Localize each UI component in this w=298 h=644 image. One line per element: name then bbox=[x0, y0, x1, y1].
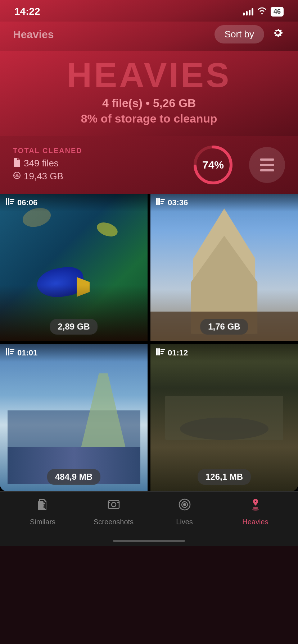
video-overlay-3: 01:01 bbox=[0, 344, 148, 362]
video-overlay-1: 06:06 bbox=[0, 194, 148, 212]
file-icon bbox=[13, 158, 21, 169]
video-size-4: 126,1 MB bbox=[198, 469, 251, 485]
svg-point-32 bbox=[112, 502, 116, 507]
heavies-icon bbox=[248, 497, 263, 515]
video-play-icon-4 bbox=[156, 348, 165, 358]
gear-icon bbox=[271, 26, 285, 40]
video-play-icon-2 bbox=[156, 198, 165, 207]
video-card-2[interactable]: 03:36 1,76 GB bbox=[150, 194, 298, 341]
svg-rect-9 bbox=[10, 199, 14, 200]
svg-rect-23 bbox=[158, 348, 160, 355]
stats-row: TOTAL CLEANED 349 files GB 19,43 GB bbox=[0, 136, 298, 194]
svg-rect-25 bbox=[161, 351, 164, 352]
svg-rect-14 bbox=[161, 199, 165, 200]
svg-rect-13 bbox=[158, 198, 160, 205]
signal-icon bbox=[243, 8, 253, 15]
video-grid: 06:06 2,89 GB 03:36 1,76 GB bbox=[0, 194, 298, 491]
stats-size: GB 19,43 GB bbox=[13, 171, 177, 182]
svg-rect-22 bbox=[156, 348, 158, 355]
hero-cleanup: 8% of storage to cleanup bbox=[11, 112, 287, 125]
svg-point-35 bbox=[184, 503, 186, 506]
tab-screenshots[interactable]: Screenshots bbox=[92, 497, 135, 526]
page-title: Heavies bbox=[13, 28, 54, 41]
svg-rect-31 bbox=[108, 501, 119, 509]
svg-rect-37 bbox=[253, 507, 258, 509]
svg-rect-10 bbox=[10, 201, 14, 202]
video-play-icon-3 bbox=[6, 348, 14, 358]
svg-rect-26 bbox=[161, 353, 163, 354]
stats-files: 349 files bbox=[13, 158, 177, 169]
video-duration-3: 01:01 bbox=[17, 348, 37, 358]
tab-heavies[interactable]: Heavies bbox=[234, 497, 277, 526]
wifi-icon bbox=[257, 6, 267, 17]
hero-section: HEAVIES 4 file(s) • 5,26 GB 8% of storag… bbox=[0, 51, 298, 136]
svg-rect-8 bbox=[8, 198, 9, 205]
header-actions: Sort by bbox=[215, 25, 285, 43]
svg-rect-11 bbox=[10, 203, 13, 204]
files-count: 349 files bbox=[24, 158, 59, 169]
svg-rect-18 bbox=[8, 348, 9, 355]
status-time: 14:22 bbox=[14, 6, 40, 17]
svg-rect-12 bbox=[156, 198, 158, 205]
svg-rect-7 bbox=[6, 198, 7, 205]
status-icons: 46 bbox=[243, 6, 284, 17]
video-size-1: 2,89 GB bbox=[50, 319, 98, 335]
stats-left: TOTAL CLEANED 349 files GB 19,43 GB bbox=[13, 147, 177, 184]
video-card-3[interactable]: 01:01 484,9 MB bbox=[0, 344, 148, 491]
video-duration-1: 06:06 bbox=[17, 198, 37, 207]
video-size-3: 484,9 MB bbox=[47, 469, 100, 485]
video-duration-2: 03:36 bbox=[168, 198, 188, 207]
svg-rect-16 bbox=[161, 203, 163, 204]
video-size-2: 1,76 GB bbox=[200, 319, 248, 335]
svg-rect-6 bbox=[260, 169, 274, 171]
svg-rect-19 bbox=[10, 349, 14, 350]
similars-icon bbox=[36, 497, 50, 515]
tab-screenshots-label: Screenshots bbox=[94, 518, 134, 526]
settings-button[interactable] bbox=[271, 26, 285, 43]
status-bar: 14:22 46 bbox=[0, 0, 298, 22]
svg-text:GB: GB bbox=[14, 174, 20, 178]
progress-text: 74% bbox=[202, 159, 224, 171]
home-indicator bbox=[0, 537, 298, 546]
svg-rect-5 bbox=[260, 164, 274, 166]
list-view-button[interactable] bbox=[249, 147, 285, 183]
gb-count: 19,43 GB bbox=[24, 171, 63, 182]
video-overlay-4: 01:12 bbox=[150, 344, 298, 362]
svg-rect-21 bbox=[10, 353, 13, 354]
video-overlay-2: 03:36 bbox=[150, 194, 298, 212]
hero-subtitle: 4 file(s) • 5,26 GB bbox=[11, 97, 287, 110]
video-card-1[interactable]: 06:06 2,89 GB bbox=[0, 194, 148, 341]
video-duration-4: 01:12 bbox=[168, 348, 188, 358]
svg-rect-20 bbox=[10, 351, 14, 352]
size-icon: GB bbox=[13, 171, 21, 182]
tab-bar: Similars Screenshots Lives bbox=[0, 491, 298, 537]
app-header: Heavies Sort by bbox=[0, 22, 298, 51]
video-play-icon-1 bbox=[6, 198, 14, 207]
lives-icon bbox=[177, 497, 192, 515]
svg-rect-4 bbox=[260, 158, 274, 161]
total-cleaned-label: TOTAL CLEANED bbox=[13, 147, 177, 155]
tab-similars-label: Similars bbox=[30, 518, 55, 526]
battery-indicator: 46 bbox=[271, 7, 284, 17]
svg-rect-17 bbox=[6, 348, 7, 355]
svg-rect-15 bbox=[161, 201, 164, 202]
tab-heavies-label: Heavies bbox=[242, 518, 268, 526]
tab-lives-label: Lives bbox=[176, 518, 193, 526]
svg-point-36 bbox=[252, 509, 259, 511]
tab-similars[interactable]: Similars bbox=[21, 497, 64, 526]
home-bar bbox=[113, 540, 185, 542]
tab-lives[interactable]: Lives bbox=[163, 497, 206, 526]
svg-rect-24 bbox=[161, 349, 165, 350]
screenshots-icon bbox=[107, 497, 121, 515]
hero-title: HEAVIES bbox=[11, 58, 287, 92]
progress-circle: 74% bbox=[191, 143, 235, 187]
sort-button[interactable]: Sort by bbox=[215, 25, 264, 43]
video-card-4[interactable]: 01:12 126,1 MB bbox=[150, 344, 298, 491]
